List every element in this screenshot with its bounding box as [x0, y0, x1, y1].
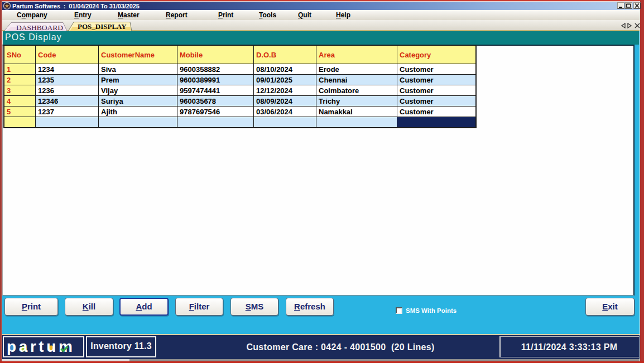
- svg-text:partum: partum: [7, 338, 75, 355]
